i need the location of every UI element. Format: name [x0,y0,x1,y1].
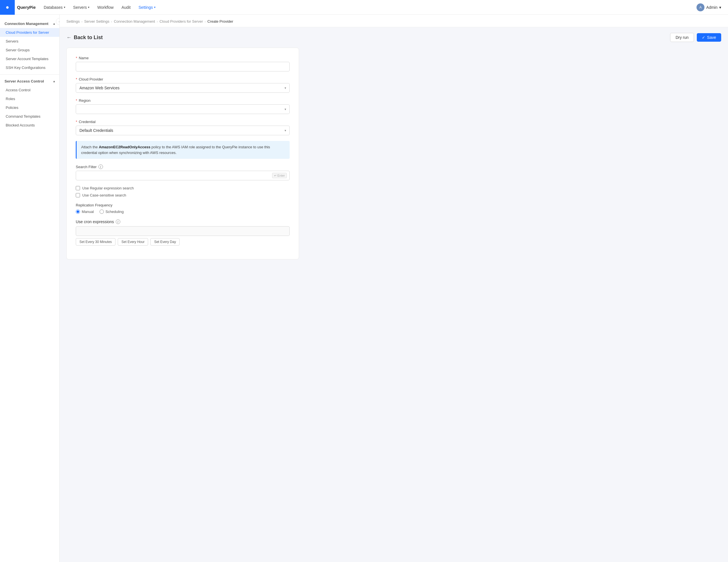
credential-info-box: Attach the AmazonEC2ReadOnlyAccess polic… [76,141,290,159]
back-arrow-icon: ← [66,35,71,41]
sidebar-item-command-templates[interactable]: Command Templates [0,112,59,121]
name-label: * Name [76,56,290,60]
cloud-provider-field-group: * Cloud Provider Amazon Web Services Goo… [76,77,290,93]
replication-frequency-group: Replication Frequency Manual Scheduling [76,203,290,214]
info-icon[interactable]: i [116,220,120,224]
avatar: A [697,3,704,11]
sidebar-divider [0,74,59,75]
chevron-up-icon: ▴ [53,22,55,25]
sidebar-section-connection-management[interactable]: Connection Management ▴ [0,19,59,28]
chevron-down-icon: ▾ [88,6,89,9]
cloud-provider-select-wrapper: Amazon Web Services Google Cloud Platfor… [76,83,290,93]
header-actions: Dry run ✓ Save [670,33,721,42]
nav-right: A Admin ▾ [694,2,723,12]
checkbox-regex-label[interactable]: Use Regular expression search [76,186,290,190]
breadcrumb-create-provider: Create Provider [207,19,233,24]
nav-audit[interactable]: Audit [118,3,134,11]
info-message: Attach the AmazonEC2ReadOnlyAccess polic… [76,141,290,159]
search-filter-group: Search Filter i ↵ Enter [76,165,290,180]
top-nav: ● QueryPie Databases ▾ Servers ▾ Workflo… [0,0,728,15]
enter-hint: ↵ Enter [272,173,287,178]
search-filter-input[interactable] [76,171,290,180]
set-every-hour-button[interactable]: Set Every Hour [118,238,148,246]
page-header: ← Back to List Dry run ✓ Save [66,33,721,42]
sidebar-item-policies[interactable]: Policies [0,103,59,112]
breadcrumb-settings[interactable]: Settings [66,19,80,24]
breadcrumb-sep-2: › [111,20,112,23]
sidebar-item-blocked-accounts[interactable]: Blocked Accounts [0,121,59,130]
logo-area[interactable]: ● [0,0,15,15]
sidebar-item-access-control[interactable]: Access Control [0,86,59,94]
region-field-group: * Region ▾ [76,98,290,114]
search-filter-label: Search Filter i [76,165,290,169]
radio-manual[interactable] [76,210,80,214]
checkbox-case-label[interactable]: Use Case-sensitive search [76,193,290,197]
name-input[interactable] [76,62,290,71]
radio-group: Manual Scheduling [76,210,290,214]
dry-run-button[interactable]: Dry run [670,33,694,42]
sidebar-item-cloud-providers[interactable]: Cloud Providers for Server [0,28,59,37]
credential-select[interactable]: Default Credentials Access Key / Secret … [76,126,290,135]
replication-frequency-label: Replication Frequency [76,203,290,207]
set-every-30-minutes-button[interactable]: Set Every 30 Minutes [76,238,115,246]
nav-items: Databases ▾ Servers ▾ Workflow Audit Set… [40,3,694,11]
checkbox-group: Use Regular expression search Use Case-s… [76,186,290,197]
region-select[interactable] [76,104,290,114]
breadcrumb-sep-4: › [205,20,206,23]
admin-menu[interactable]: A Admin ▾ [694,2,723,12]
credential-select-wrapper: Default Credentials Access Key / Secret … [76,126,290,135]
credential-field-group: * Credential Default Credentials Access … [76,120,290,135]
sidebar-section-server-access-control[interactable]: Server Access Control ▴ [0,77,59,86]
page-content: ← Back to List Dry run ✓ Save * [60,27,728,265]
breadcrumb-sep-3: › [157,20,158,23]
radio-scheduling-label[interactable]: Scheduling [100,210,124,214]
back-to-list-link[interactable]: ← Back to List [66,35,103,41]
radio-scheduling[interactable] [100,210,104,214]
set-every-day-button[interactable]: Set Every Day [150,238,180,246]
cloud-provider-label: * Cloud Provider [76,77,290,81]
nav-servers[interactable]: Servers ▾ [70,3,93,11]
check-icon: ✓ [702,35,705,40]
save-button[interactable]: ✓ Save [697,33,721,42]
region-select-wrapper: ▾ [76,104,290,114]
search-filter-input-wrapper: ↵ Enter [76,171,290,180]
info-icon[interactable]: i [98,165,103,169]
sidebar-item-server-account-templates[interactable]: Server Account Templates [0,54,59,63]
cron-preset-buttons: Set Every 30 Minutes Set Every Hour Set … [76,238,290,246]
chevron-down-icon: ▾ [719,5,721,10]
credential-label: * Credential [76,120,290,124]
checkbox-regex[interactable] [76,186,80,190]
breadcrumb-cloud-providers[interactable]: Cloud Providers for Server [159,19,203,24]
cron-label: Use cron expressions i [76,220,290,224]
nav-databases[interactable]: Databases ▾ [40,3,69,11]
chevron-up-icon: ▴ [53,80,55,83]
main-content: Settings › Server Settings › Connection … [60,15,728,562]
form-card: * Name * Cloud Provider Amazon Web Servi… [66,48,299,260]
sidebar-item-servers[interactable]: Servers [0,37,59,46]
name-field-group: * Name [76,56,290,71]
brand-name: QueryPie [17,5,36,10]
nav-settings[interactable]: Settings ▾ [135,3,159,11]
radio-manual-label[interactable]: Manual [76,210,94,214]
cron-expression-group: Use cron expressions i Set Every 30 Minu… [76,220,290,246]
checkbox-case[interactable] [76,193,80,197]
breadcrumb: Settings › Server Settings › Connection … [60,15,728,27]
sidebar-item-roles[interactable]: Roles [0,94,59,103]
app-layout: ‹ Connection Management ▴ Cloud Provider… [0,15,728,562]
breadcrumb-server-settings[interactable]: Server Settings [84,19,110,24]
region-label: * Region [76,98,290,103]
sidebar-item-server-groups[interactable]: Server Groups [0,46,59,54]
breadcrumb-sep-1: › [81,20,83,23]
policy-name: AmazonEC2ReadOnlyAccess [99,145,150,149]
chevron-down-icon: ▾ [64,6,65,9]
sidebar-item-ssh-key-configurations[interactable]: SSH Key Configurations [0,63,59,72]
logo-icon: ● [6,4,9,10]
chevron-down-icon: ▾ [154,6,155,9]
breadcrumb-connection-management[interactable]: Connection Management [114,19,155,24]
sidebar: ‹ Connection Management ▴ Cloud Provider… [0,15,60,562]
cron-expression-input[interactable] [76,226,290,236]
cloud-provider-select[interactable]: Amazon Web Services Google Cloud Platfor… [76,83,290,93]
nav-workflow[interactable]: Workflow [94,3,117,11]
